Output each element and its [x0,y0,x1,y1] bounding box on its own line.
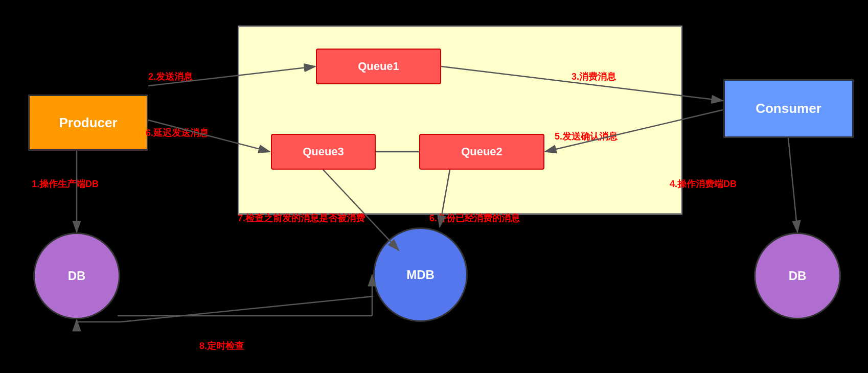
svg-line-5 [545,110,723,152]
svg-line-3 [441,66,723,101]
svg-line-2 [148,66,315,86]
svg-line-9 [440,170,450,227]
svg-line-4 [148,120,270,152]
arrows-svg [0,0,868,373]
svg-line-12 [121,296,373,322]
architecture-diagram: Queue1 Queue2 Queue3 Producer Consumer D… [0,0,868,373]
svg-line-8 [323,170,399,250]
svg-line-7 [788,138,797,232]
